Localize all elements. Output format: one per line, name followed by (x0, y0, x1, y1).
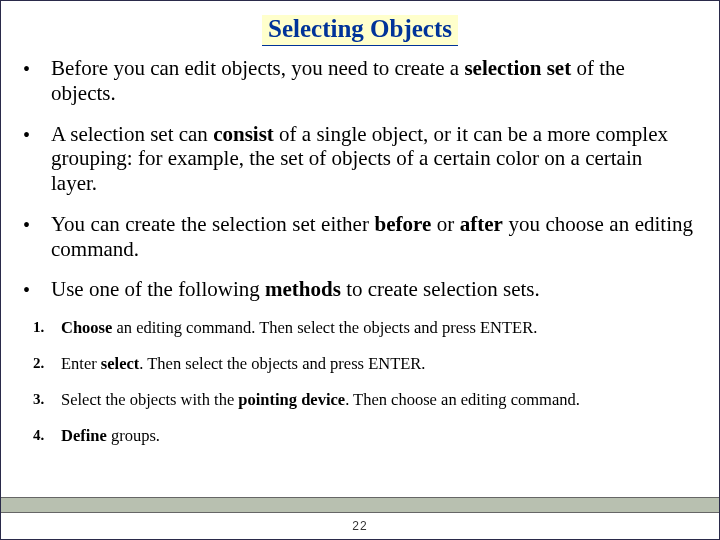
bullet-text: Use one of the following methods to crea… (51, 277, 693, 302)
slide-container: Selecting Objects • Before you can edit … (0, 0, 720, 540)
bullet-list: • Before you can edit objects, you need … (19, 56, 701, 302)
bold-fragment: select (101, 354, 139, 373)
bold-fragment: consist (213, 122, 274, 146)
bold-fragment: before (374, 212, 431, 236)
bullet-dot: • (23, 212, 51, 237)
text-fragment: Use one of the following (51, 277, 265, 301)
bullet-text: Before you can edit objects, you need to… (51, 56, 693, 106)
page-number: 22 (1, 519, 719, 533)
text-fragment: Before you can edit objects, you need to… (51, 56, 464, 80)
bold-fragment: Define (61, 426, 107, 445)
bold-fragment: pointing device (238, 390, 345, 409)
footer-bar (1, 497, 719, 513)
bold-fragment: selection set (464, 56, 571, 80)
text-fragment: an editing command. Then select the obje… (112, 318, 537, 337)
bold-fragment: after (460, 212, 503, 236)
text-fragment: groups. (107, 426, 160, 445)
bold-fragment: methods (265, 277, 341, 301)
text-fragment: You can create the selection set either (51, 212, 374, 236)
title-wrap: Selecting Objects (19, 15, 701, 46)
method-item-4: Define groups. (61, 426, 695, 446)
bullet-item-4: • Use one of the following methods to cr… (23, 277, 693, 302)
bullet-item-1: • Before you can edit objects, you need … (23, 56, 693, 106)
text-fragment: to create selection sets. (341, 277, 540, 301)
text-fragment: A selection set can (51, 122, 213, 146)
text-fragment: . Then select the objects and press ENTE… (139, 354, 425, 373)
bullet-dot: • (23, 122, 51, 147)
bullet-dot: • (23, 56, 51, 81)
text-fragment: . Then choose an editing command. (345, 390, 580, 409)
bold-fragment: Choose (61, 318, 112, 337)
slide-title: Selecting Objects (262, 15, 458, 46)
text-fragment: Enter (61, 354, 101, 373)
methods-list: Choose an editing command. Then select t… (19, 318, 701, 445)
bullet-item-3: • You can create the selection set eithe… (23, 212, 693, 262)
bullet-dot: • (23, 277, 51, 302)
bullet-text: A selection set can consist of a single … (51, 122, 693, 196)
method-item-3: Select the objects with the pointing dev… (61, 390, 695, 410)
text-fragment: Select the objects with the (61, 390, 238, 409)
method-item-1: Choose an editing command. Then select t… (61, 318, 695, 338)
bullet-text: You can create the selection set either … (51, 212, 693, 262)
text-fragment: or (431, 212, 460, 236)
bullet-item-2: • A selection set can consist of a singl… (23, 122, 693, 196)
method-item-2: Enter select. Then select the objects an… (61, 354, 695, 374)
